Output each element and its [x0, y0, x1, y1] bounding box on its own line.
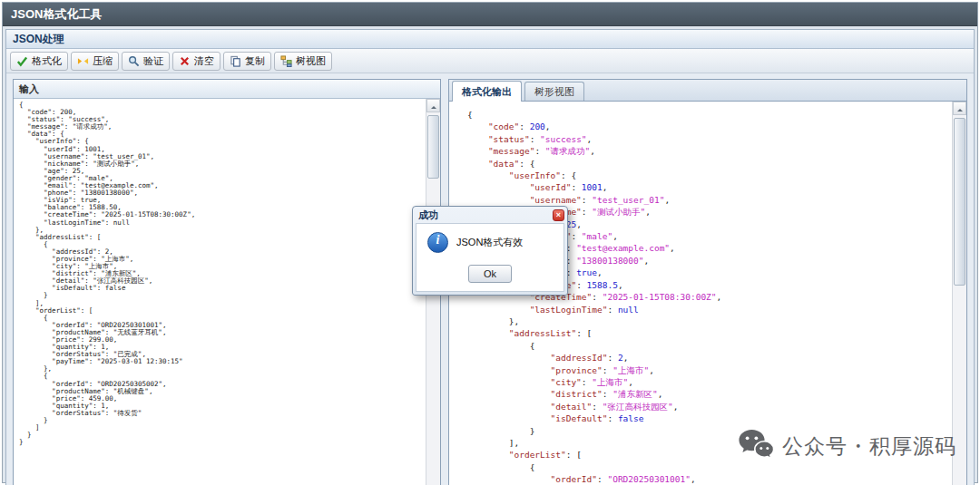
watermark-text: 公众号・积厚源码: [782, 432, 956, 461]
toolbar: 格式化 压缩 验证 清空: [6, 49, 974, 73]
success-dialog: 成功 × i JSON格式有效 Ok: [412, 206, 568, 296]
format-button[interactable]: 格式化: [10, 52, 68, 71]
close-icon[interactable]: ×: [553, 209, 564, 221]
input-panel-title: 输入: [19, 83, 39, 94]
tree-view-button[interactable]: 树视图: [274, 52, 332, 71]
scroll-up-icon[interactable]: [953, 102, 966, 115]
tree-view-button-label: 树视图: [296, 54, 326, 68]
output-scrollbar[interactable]: [952, 102, 966, 485]
panel-title: JSON处理: [13, 33, 64, 45]
clear-x-icon: [179, 55, 191, 67]
watermark: 公众号・积厚源码: [738, 429, 956, 463]
compress-button[interactable]: 压缩: [71, 52, 119, 71]
tree-view-icon: [280, 55, 292, 67]
panel-header: JSON处理: [6, 30, 974, 49]
scrollbar-thumb[interactable]: [427, 115, 439, 179]
input-textarea[interactable]: { "code": 200, "status": "success", "mes…: [14, 99, 440, 485]
format-button-label: 格式化: [32, 54, 62, 68]
window-title: JSON格式化工具: [11, 7, 102, 21]
compress-icon: [77, 55, 89, 67]
tab-tree-view-label: 树形视图: [534, 86, 574, 97]
tab-formatted-output[interactable]: 格式化输出: [452, 81, 522, 102]
format-check-icon: [16, 55, 28, 67]
window-titlebar: JSON格式化工具: [3, 3, 977, 26]
scroll-up-icon[interactable]: [426, 99, 440, 112]
validate-button[interactable]: 验证: [122, 52, 170, 71]
copy-button-label: 复制: [245, 54, 265, 68]
ok-button[interactable]: Ok: [468, 265, 512, 283]
clear-button[interactable]: 清空: [172, 52, 220, 71]
input-panel-header: 输入: [14, 80, 440, 99]
input-panel: 输入 { "code": 200, "status": "success", "…: [13, 79, 441, 485]
compress-button-label: 压缩: [93, 54, 113, 68]
scrollbar-thumb[interactable]: [954, 118, 965, 286]
dialog-title: 成功: [418, 209, 438, 222]
validate-button-label: 验证: [143, 54, 163, 68]
output-tabbar: 格式化输出 树形视图: [449, 80, 966, 102]
tab-tree-view[interactable]: 树形视图: [524, 82, 584, 101]
tab-formatted-output-label: 格式化输出: [462, 86, 512, 97]
dialog-message: JSON格式有效: [456, 236, 523, 249]
copy-icon: [230, 55, 241, 67]
input-json[interactable]: { "code": 200, "status": "success", "mes…: [14, 99, 426, 485]
wechat-icon: [738, 429, 774, 463]
dialog-header[interactable]: 成功 ×: [413, 207, 567, 223]
copy-button[interactable]: 复制: [223, 52, 271, 71]
validate-magnifier-icon: [128, 55, 140, 67]
clear-button-label: 清空: [194, 54, 214, 68]
dialog-body: i JSON格式有效 Ok: [416, 223, 564, 292]
info-icon: i: [427, 232, 448, 253]
